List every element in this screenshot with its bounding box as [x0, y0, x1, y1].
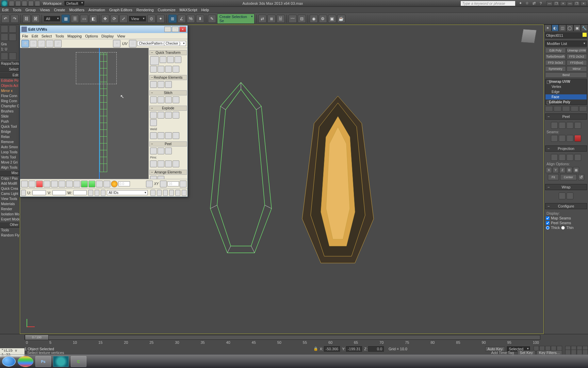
qat-open-icon[interactable] — [15, 1, 21, 6]
peel-icon[interactable] — [158, 148, 164, 154]
rt-item[interactable]: Tools — [0, 228, 19, 233]
peel-mode-icon[interactable] — [559, 122, 566, 129]
roll-peel[interactable]: Peel — [149, 141, 187, 147]
rt-item[interactable]: Loop Tools — [0, 150, 19, 155]
peel-icon[interactable] — [165, 148, 172, 154]
subobj-edge-icon[interactable] — [29, 181, 35, 187]
weld-icon[interactable] — [150, 132, 157, 139]
window-child-restore[interactable]: ❐ — [553, 1, 559, 6]
tab-motion-icon[interactable]: ◯ — [566, 25, 574, 31]
rollout-projection[interactable]: Projection — [545, 145, 587, 152]
stack-row[interactable]: Unwrap UVW — [545, 79, 587, 84]
qt-icon[interactable] — [173, 66, 179, 73]
spinner-snap-icon[interactable]: ⬍ — [196, 15, 204, 23]
mod-btn[interactable]: FFD 3x3x3 — [545, 60, 566, 65]
section-misc[interactable]: Misc — [0, 170, 19, 176]
menu-group[interactable]: Group — [26, 8, 36, 12]
mod-btn[interactable]: FFD 2x2x2 — [567, 54, 587, 59]
modifier-list-combo[interactable]: Modifier List — [545, 41, 587, 47]
explode-icon[interactable] — [165, 112, 172, 119]
pivot-center-icon[interactable]: ⊙ — [147, 15, 156, 23]
matid-combo[interactable]: All IDs — [107, 190, 148, 195]
ring-icon[interactable] — [88, 181, 95, 187]
uvw-minimize[interactable]: — — [164, 27, 171, 32]
tab-utilities-icon[interactable]: 🔧 — [581, 25, 588, 31]
weld-icon[interactable] — [173, 132, 179, 139]
explode-icon[interactable] — [150, 119, 157, 126]
rollout-peel[interactable]: Peel — [545, 113, 587, 120]
rt-item[interactable]: View Tools — [0, 196, 19, 201]
align-x[interactable]: X — [546, 167, 552, 173]
pelt-map-icon[interactable] — [574, 122, 581, 129]
roll-stitch[interactable]: Stitch — [149, 90, 187, 95]
spherical-map-icon[interactable] — [567, 154, 573, 161]
rt-item[interactable]: Editable Po — [0, 78, 19, 83]
paint-select-icon[interactable] — [59, 181, 65, 187]
mod-btn[interactable]: Symmetry — [545, 66, 566, 72]
uvw-close[interactable]: × — [179, 27, 186, 32]
rendered-frame-icon[interactable]: ▣ — [328, 15, 336, 23]
qt-icon[interactable] — [175, 56, 181, 63]
seam-to-edge-icon[interactable] — [559, 135, 566, 142]
explode-icon[interactable] — [158, 112, 164, 119]
stack-row-selected[interactable]: Face — [545, 94, 587, 99]
weld-icon[interactable] — [165, 132, 172, 139]
spline-map-icon[interactable] — [559, 193, 566, 199]
viewcube[interactable] — [521, 29, 537, 43]
infocenter-icon[interactable]: ✦ — [518, 1, 523, 6]
zoom-region-icon[interactable] — [163, 190, 168, 196]
configure-sets-icon[interactable] — [579, 106, 587, 111]
align-view-icon[interactable]: ▦ — [573, 167, 579, 173]
mod-btn[interactable]: Bend — [545, 72, 587, 78]
rotate-90-icon[interactable] — [146, 181, 153, 187]
mod-btn[interactable]: Unwrap UVW — [567, 48, 587, 53]
planar-map-icon[interactable] — [551, 154, 558, 161]
viewport-object[interactable] — [292, 93, 384, 271]
viewport-object-selected[interactable] — [197, 79, 285, 260]
point-to-point-icon[interactable] — [567, 135, 573, 142]
window-child-close[interactable]: × — [560, 1, 566, 6]
uvw-rotate-icon[interactable]: ⟳ — [30, 40, 37, 47]
named-selection-combo[interactable]: Create Selection Se — [217, 14, 255, 24]
layers-icon[interactable]: ☱ — [277, 15, 285, 23]
stitch-icon[interactable] — [158, 96, 164, 103]
select-by-name-icon[interactable]: ☰ — [71, 15, 79, 23]
rect-region-icon[interactable]: ▭ — [80, 15, 88, 23]
app-logo[interactable] — [1, 0, 7, 6]
grow-icon[interactable] — [66, 181, 73, 187]
zoom-icon[interactable] — [157, 190, 162, 196]
render-production-icon[interactable]: ☕ — [337, 15, 345, 23]
center-button[interactable]: Center — [560, 174, 577, 180]
uvw-maximize[interactable]: ❐ — [172, 27, 179, 32]
qt-icon[interactable] — [150, 66, 157, 73]
qt-icon[interactable] — [158, 66, 164, 73]
loop-icon[interactable] — [81, 181, 88, 187]
remove-modifier-icon[interactable] — [571, 106, 578, 111]
map-seams-check[interactable] — [546, 216, 550, 220]
subobj-vertex-icon[interactable] — [21, 181, 28, 187]
object-name-field[interactable]: Object011 — [545, 32, 587, 39]
schematic-view-icon[interactable]: ⊟ — [298, 15, 306, 23]
weld-icon[interactable] — [158, 132, 164, 139]
rt-item[interactable]: Cams Light — [0, 191, 19, 196]
cylindrical-map-icon[interactable] — [559, 154, 566, 161]
uvw-mirror-icon[interactable]: ⇄ — [54, 40, 62, 47]
roll-quick-transform[interactable]: Quick Transform — [149, 50, 187, 55]
stack-row[interactable]: Editable Poly — [545, 99, 587, 105]
qat-save-icon[interactable] — [22, 1, 27, 6]
dock-icon[interactable] — [9, 33, 16, 41]
align-z[interactable]: Z — [559, 167, 566, 173]
uvw-options-icon[interactable]: ✦ — [113, 40, 120, 47]
uvw-map-combo[interactable]: CheckerPattern ( Checker ) — [137, 41, 186, 46]
roll-explode[interactable]: Explode — [149, 106, 187, 111]
thin-radio[interactable] — [561, 226, 565, 230]
undo-icon[interactable]: ↶ — [1, 15, 10, 23]
menu-maxscript[interactable]: MAXScript — [180, 8, 197, 12]
rt-mirror[interactable]: Mirror x — [0, 88, 19, 93]
workspace-combo[interactable]: Default — [64, 1, 85, 6]
manipulate-icon[interactable]: ✦ — [157, 15, 165, 23]
menu-rendering[interactable]: Rendering — [136, 8, 154, 12]
snap-icon[interactable] — [101, 190, 105, 196]
reshape-icon[interactable] — [165, 81, 172, 88]
uvw-texture-list-icon[interactable]: ☰ — [129, 40, 136, 47]
